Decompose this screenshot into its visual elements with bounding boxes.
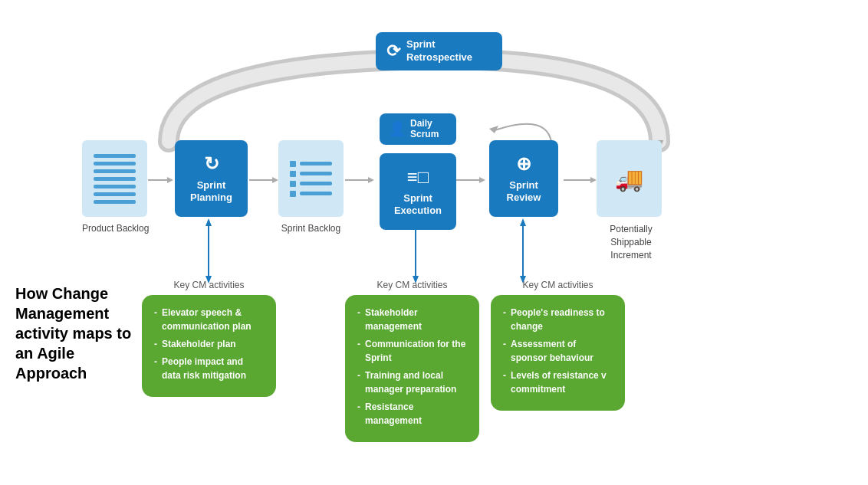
cm-review-label: Key CM activities: [491, 280, 625, 290]
cm-planning-list: Elevator speech & communication plan Sta…: [154, 306, 264, 382]
shippable-increment-box: 🚚 Potentially ShippableIncrement: [597, 140, 666, 261]
sprint-review-box: ⊕ SprintReview: [489, 140, 558, 217]
diagram-container: ⟳ Sprint Retrospective Product Backlog ↻…: [0, 0, 868, 485]
sprint-execution-icon: ≡□: [407, 166, 429, 188]
list-item: Stakeholder management: [357, 306, 467, 333]
page-title: How Change Management activity maps to a…: [15, 283, 138, 383]
cm-planning-label: Key CM activities: [142, 280, 276, 290]
list-item: Assessment of sponsor behaviour: [503, 337, 613, 365]
cm-review-section: Key CM activities People's readiness to …: [491, 280, 625, 411]
cm-review-list: People's readiness to change Assessment …: [503, 306, 613, 396]
sprint-review-label: SprintReview: [507, 179, 541, 203]
list-item: People's readiness to change: [503, 306, 613, 333]
svg-marker-12: [590, 177, 597, 183]
svg-marker-8: [368, 177, 374, 183]
doc-lines: [94, 154, 136, 204]
list-item: Stakeholder plan: [154, 337, 264, 351]
list-item: Levels of resistance v commitment: [503, 369, 613, 396]
svg-marker-2: [489, 126, 498, 133]
cm-planning-box: Elevator speech & communication plan Sta…: [142, 295, 276, 397]
truck-icon: 🚚: [615, 165, 643, 192]
sprint-planning-box: ↻ SprintPlanning: [175, 140, 248, 217]
sprint-backlog-box: Sprint Backlog: [278, 140, 344, 234]
sprint-retro-label: Sprint Retrospective: [406, 38, 492, 64]
sprint-review-icon: ⊕: [516, 153, 531, 175]
cm-review-box: People's readiness to change Assessment …: [491, 295, 625, 411]
sprint-planning-icon: ↻: [204, 153, 219, 175]
cm-execution-label: Key CM activities: [345, 280, 479, 290]
list-item: Communication for the Sprint: [357, 337, 467, 365]
svg-marker-10: [479, 177, 485, 183]
daily-scrum-box: 👤 DailyScrum: [380, 113, 456, 145]
svg-marker-4: [167, 177, 173, 183]
svg-marker-14: [205, 218, 212, 226]
svg-marker-20: [520, 218, 526, 226]
list-item: Resistance management: [357, 400, 467, 428]
daily-scrum-label: DailyScrum: [410, 118, 439, 140]
sprint-retro-icon: ⟳: [386, 41, 400, 61]
shippable-label: Potentially ShippableIncrement: [597, 223, 666, 261]
sprint-execution-label: SprintExecution: [394, 192, 442, 216]
cm-execution-section: Key CM activities Stakeholder management…: [345, 280, 479, 442]
cm-planning-section: Key CM activities Elevator speech & comm…: [142, 280, 276, 397]
cm-execution-list: Stakeholder management Communication for…: [357, 306, 467, 428]
list-item: Training and local manager preparation: [357, 369, 467, 396]
svg-marker-6: [272, 177, 278, 183]
sprint-planning-label: SprintPlanning: [190, 179, 232, 203]
sprint-execution-box: ≡□ SprintExecution: [380, 153, 456, 230]
list-item: People impact and data risk mitigation: [154, 355, 264, 382]
cm-execution-box: Stakeholder management Communication for…: [345, 295, 479, 442]
list-item: Elevator speech & communication plan: [154, 306, 264, 333]
product-backlog-box: Product Backlog: [82, 140, 149, 234]
sprint-backlog-lines: [290, 161, 332, 197]
product-backlog-label: Product Backlog: [82, 223, 149, 234]
daily-scrum-icon: 👤: [389, 120, 406, 137]
sprint-retrospective-box: ⟳ Sprint Retrospective: [376, 32, 502, 70]
sprint-backlog-label: Sprint Backlog: [278, 223, 344, 234]
